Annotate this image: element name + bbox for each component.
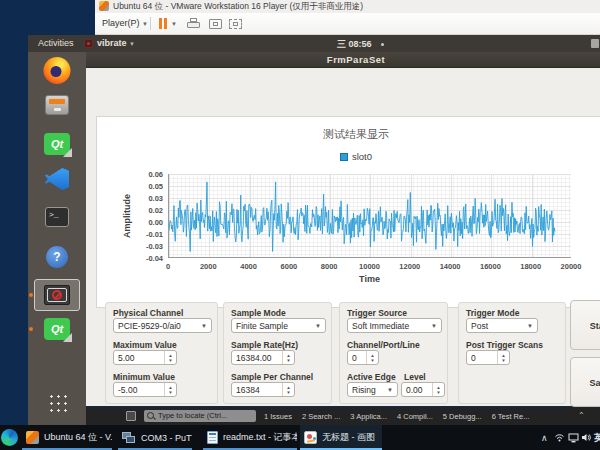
files-icon[interactable] [45,95,69,115]
edge-icon[interactable] [1,429,18,446]
x-tick: 0 [166,262,170,271]
taskbar-item-putty[interactable]: COM3 - PuTTY [118,425,192,450]
sample-per-channel-spinner[interactable]: 16384▲▼ [231,382,295,397]
spin-buttons[interactable]: ▲▼ [164,383,176,396]
spin-buttons[interactable]: ▲▼ [164,351,176,364]
save-button[interactable]: Save [570,357,600,407]
wifi-icon[interactable] [554,425,565,450]
trigger-source-group: Trigger Source Soft Immediate▼ Channel/P… [339,302,448,404]
taskbar-item-notepad[interactable]: readme.txt - 记事本 [203,425,297,450]
spin-buttons[interactable]: ▲▼ [432,383,444,396]
taskbar-item-label: Ubuntu 64 位 - V... [44,431,112,444]
pane-search[interactable]: 2 Search ... [302,412,340,421]
waveform-series [169,182,555,252]
chart-title: 测试结果显示 [97,127,600,142]
physical-channel-combo[interactable]: PCIE-9529-0/ai0▼ [113,318,212,333]
trigger-mode-label: Trigger Mode [466,308,519,318]
tray-chevron-icon[interactable]: ∧ [541,425,548,450]
network-monitor-icon[interactable] [568,425,579,450]
suspend-icon[interactable] [159,18,162,29]
qt-creator-icon[interactable]: Qt [44,133,70,155]
pane-test-results[interactable]: 6 Test Re... [492,412,530,421]
pane-application[interactable]: 3 Applica... [350,412,387,421]
trigger-mode-combo[interactable]: Post▼ [466,318,538,333]
suspend-menu-chevron-icon[interactable]: ▼ [171,21,177,27]
output-panes: 1 Issues 2 Search ... 3 Applica... 4 Com… [264,407,529,425]
maximum-value-spinner[interactable]: 5.00▲▼ [113,350,177,365]
vmware-toolbar: Player(P) ▼ ▼ [95,13,600,35]
taskbar-item-vmware[interactable]: Ubuntu 64 位 - V... [22,425,112,450]
toolbar-divider [150,17,151,30]
y-tick: 0.03 [148,194,163,203]
sample-rate-label: Sample Rate(Hz) [231,340,298,350]
x-tick: 8000 [321,262,338,271]
pane-compile[interactable]: 4 Compil... [397,412,433,421]
chevron-down-icon: ▼ [129,41,135,47]
active-edge-combo[interactable]: Rising▼ [347,382,398,397]
start-button[interactable]: Start [570,300,600,350]
maximum-value-label: Maximum Value [113,340,177,350]
taskbar-item-label: readme.txt - 记事本 [223,431,297,444]
chevron-up-icon[interactable]: ⌃ [578,411,585,420]
putty-icon [122,432,136,444]
vmware-window-title: Ubuntu 64 位 - VMware Workstation 16 Play… [113,1,363,13]
legend-label: slot0 [352,151,372,162]
plot-area[interactable] [168,174,571,258]
ubuntu-top-bar: Activities vibrate ▼ 三 08:56 [28,35,600,52]
active-edge-label: Active Edge [347,372,396,382]
suspend-icon[interactable] [164,18,167,29]
locator-field[interactable]: Type to locate (Ctrl... [144,410,256,422]
app-menu-vibrate[interactable]: vibrate ▼ [97,38,135,48]
chevron-down-icon: ▼ [527,323,533,329]
x-tick: 6000 [281,262,298,271]
fullscreen-icon[interactable] [209,19,222,29]
x-tick: 18000 [520,262,541,271]
unity-mode-icon[interactable] [229,19,242,29]
screen: Ubuntu 64 位 - VMware Workstation 16 Play… [0,0,600,450]
level-spinner[interactable]: 0.00▲▼ [401,382,445,397]
x-tick: 2000 [200,262,217,271]
channel-port-line-spinner[interactable]: 0▲▼ [347,350,379,365]
player-menu[interactable]: Player(P) ▼ [102,18,148,28]
vscode-icon[interactable] [45,168,69,190]
clock[interactable]: 三 08:56 [337,38,372,51]
frmparaset-app-icon-selected[interactable] [34,279,80,311]
notification-dot [381,43,384,46]
trigger-mode-group: Trigger Mode Post▼ Post Trigger Scans 0▲… [458,302,566,404]
trigger-source-label: Trigger Source [347,308,407,318]
taskbar-item-paint[interactable]: 无标题 - 画图 [300,425,382,450]
ime-indicator[interactable]: 英 [594,425,600,450]
spin-buttons[interactable]: ▲▼ [282,351,294,364]
sample-mode-combo[interactable]: Finite Sample▼ [231,318,326,333]
vmware-logo-icon [99,1,109,11]
spin-buttons[interactable]: ▲▼ [282,383,294,396]
activities-button[interactable]: Activities [38,38,74,48]
show-applications-icon[interactable] [47,392,67,412]
x-tick: 20000 [561,262,582,271]
physical-channel-label: Physical Channel [113,308,183,318]
terminal-icon[interactable]: >_ [45,207,69,227]
post-trigger-scans-spinner[interactable]: 0▲▼ [466,350,510,365]
sample-mode-label: Sample Mode [231,308,286,318]
ctrl-alt-del-icon[interactable] [187,18,200,29]
paint-icon [304,431,317,444]
pane-debugger[interactable]: 5 Debugg... [443,412,482,421]
chevron-down-icon: ▼ [387,387,393,393]
qt-app-icon[interactable]: Qt [44,318,70,340]
trigger-source-combo[interactable]: Soft Immediate▼ [347,318,442,333]
no-entry-icon [44,285,70,305]
spin-buttons[interactable]: ▲▼ [497,351,509,364]
firefox-icon[interactable] [44,57,71,84]
vibrate-app-icon [84,39,93,48]
minimum-value-spinner[interactable]: -5.00▲▼ [113,382,177,397]
x-axis-ticks: 0200040006000800010000120001400016000180… [168,262,571,272]
running-indicator-dot [29,327,33,331]
pane-issues[interactable]: 1 Issues [264,412,292,421]
spin-buttons[interactable]: ▲▼ [366,351,378,364]
window-titlebar[interactable]: FrmParaSet [86,52,600,68]
status-tray-icon[interactable] [591,39,599,48]
help-icon[interactable]: ? [46,246,68,268]
sample-rate-spinner[interactable]: 16384.00▲▼ [231,350,295,365]
qtcreator-bottom-bar: Type to locate (Ctrl... 1 Issues 2 Searc… [86,407,600,425]
volume-icon[interactable] [581,425,592,450]
